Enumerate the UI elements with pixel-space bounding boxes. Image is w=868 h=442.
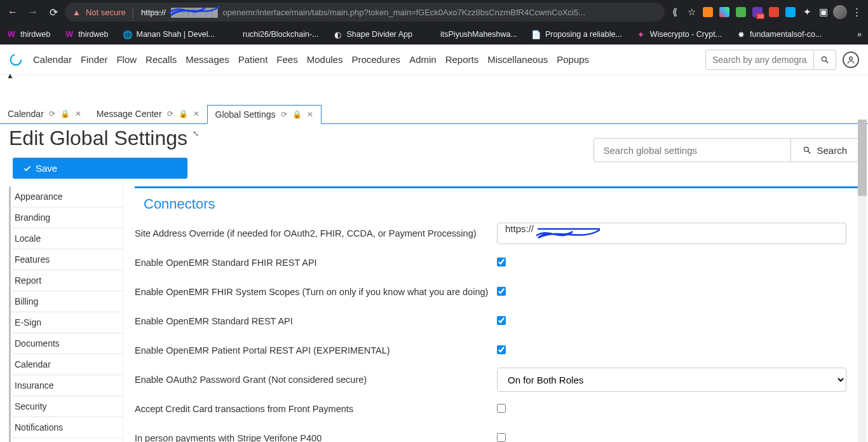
menu-modules[interactable]: Modules — [307, 54, 343, 65]
bookmark-item[interactable]: ruchi26/Blockchain-... — [229, 29, 319, 39]
menu-miscellaneous[interactable]: Miscellaneous — [487, 54, 548, 65]
workspace-tabs: Calendar ⟳ 🔒 ✕ Message Center ⟳ 🔒 ✕ Glob… — [0, 104, 868, 124]
bookmark-item[interactable]: ✦Wisecrypto - Crypt... — [636, 29, 722, 39]
menu-finder[interactable]: Finder — [81, 54, 108, 65]
share-icon[interactable]: ⟪ — [667, 4, 682, 20]
label-fhir-scopes: Enable OpenEMR FHIR System Scopes (Turn … — [135, 287, 497, 297]
checkbox-fhir-std[interactable] — [497, 258, 506, 266]
back-icon[interactable]: ← — [4, 3, 22, 21]
star-icon[interactable]: ☆ — [684, 4, 699, 20]
sidenav-notifications[interactable]: Notifications — [9, 417, 123, 438]
menu-procedures[interactable]: Procedures — [351, 54, 400, 65]
sidenav-cdr[interactable]: CDR — [9, 438, 123, 442]
sidenav-calendar[interactable]: Calendar — [9, 354, 123, 375]
label-site-address: Site Address Override (if needed for OAu… — [135, 228, 497, 238]
metamask-icon[interactable] — [700, 4, 715, 20]
tab-calendar[interactable]: Calendar ⟳ 🔒 ✕ — [0, 104, 89, 123]
sidenav-appearance[interactable]: Appearance — [9, 186, 123, 207]
forward-icon[interactable]: → — [24, 3, 42, 21]
checkbox-stripe-p400[interactable] — [497, 433, 506, 442]
menu-messages[interactable]: Messages — [186, 54, 229, 65]
menu-flow[interactable]: Flow — [116, 54, 137, 65]
url-protocol: https:// — [141, 8, 166, 17]
checkbox-portal-api[interactable] — [497, 345, 506, 354]
label-rest-std: Enable OpenEMR Standard REST API — [135, 316, 497, 326]
user-icon[interactable] — [843, 52, 859, 68]
scrollbar[interactable] — [858, 120, 867, 442]
lock-icon[interactable]: 🔒 — [179, 109, 188, 118]
sidenav-locale[interactable]: Locale — [9, 228, 123, 249]
openemr-logo-icon — [9, 53, 23, 67]
lock-icon[interactable]: 🔒 — [60, 109, 70, 118]
tab-global-settings[interactable]: Global Settings ⟳ 🔒 ✕ — [207, 105, 322, 124]
bookmark-item[interactable]: 📄Proposing a reliable... — [531, 29, 622, 39]
lock-icon[interactable]: 🔒 — [292, 110, 302, 119]
menu-recalls[interactable]: Recalls — [146, 54, 177, 65]
url-path: openemr/interface/main/tabs/main.php?tok… — [223, 8, 585, 17]
refresh-icon[interactable]: ⟳ — [49, 109, 55, 118]
save-button[interactable]: Save — [13, 158, 187, 179]
redacted-scribble-icon — [536, 226, 606, 242]
close-icon[interactable]: ✕ — [193, 109, 200, 118]
tab-message-center[interactable]: Message Center ⟳ 🔒 ✕ — [89, 104, 207, 123]
sidenav-documents[interactable]: Documents — [9, 333, 123, 354]
checkbox-rest-std[interactable] — [497, 316, 506, 325]
collapse-up-icon[interactable]: ▲ — [6, 71, 14, 80]
menu-reports[interactable]: Reports — [445, 54, 479, 65]
compress-icon[interactable]: ⤡ — [193, 129, 199, 138]
sidenav-branding[interactable]: Branding — [9, 207, 123, 228]
checkbox-accept-cc[interactable] — [497, 404, 506, 413]
demographics-search-button[interactable] — [813, 50, 836, 70]
checkbox-fhir-scopes[interactable] — [497, 287, 506, 296]
settings-content: Connectors Site Address Override (if nee… — [135, 186, 859, 442]
sidenav-billing[interactable]: Billing — [9, 291, 123, 312]
bookmark-item[interactable]: ◐Shape Divider App — [332, 29, 412, 39]
sidenav-features[interactable]: Features — [9, 249, 123, 270]
reload-icon[interactable]: ⟳ — [44, 3, 62, 21]
browser-chrome: ← → ⟳ ▲ Not secure │ https:// ████████ o… — [0, 0, 868, 45]
address-bar[interactable]: ▲ Not secure │ https:// ████████ openemr… — [65, 3, 665, 22]
bookmark-item[interactable]: 🌐Manan Shah | Devel... — [123, 29, 215, 39]
bookmark-item[interactable]: ✸fundamentalsof-co... — [736, 29, 822, 39]
svg-point-1 — [822, 57, 826, 61]
refresh-icon[interactable]: ⟳ — [167, 109, 173, 118]
svg-line-5 — [808, 151, 811, 154]
svg-line-2 — [826, 60, 829, 63]
close-icon[interactable]: ✕ — [75, 109, 81, 118]
refresh-icon[interactable]: ⟳ — [281, 110, 287, 119]
extensions-icon[interactable]: ✦ — [799, 4, 815, 20]
sidenav-report[interactable]: Report — [9, 270, 123, 291]
settings-search-button[interactable]: Search — [790, 138, 859, 162]
sidenav-security[interactable]: Security — [9, 396, 123, 417]
select-oauth-pw-grant[interactable]: On for Both Roles — [497, 368, 846, 392]
profile-avatar[interactable] — [832, 4, 848, 20]
todoist-icon[interactable] — [766, 4, 782, 20]
bookmark-item[interactable]: itsPiyushMaheshwa... — [426, 29, 517, 39]
menu-admin[interactable]: Admin — [409, 54, 437, 65]
extension-badge-icon[interactable]: 10 — [750, 4, 765, 20]
sidenav-insurance[interactable]: Insurance — [9, 375, 123, 396]
label-accept-cc: Accept Credit Card transactions from Fro… — [135, 404, 497, 414]
panel-icon[interactable]: ▣ — [816, 4, 831, 20]
bookmark-overflow-icon[interactable]: » — [857, 30, 862, 39]
warning-icon: ▲ — [72, 8, 81, 17]
app-topbar: Calendar Finder Flow Recalls Messages Pa… — [0, 45, 868, 75]
sidenav-esign[interactable]: E-Sign — [9, 312, 123, 333]
extension-icon[interactable] — [783, 4, 798, 20]
extension-icon[interactable] — [717, 4, 732, 20]
settings-search-input[interactable] — [593, 138, 790, 162]
close-icon[interactable]: ✕ — [307, 110, 313, 119]
main-menu: Calendar Finder Flow Recalls Messages Pa… — [33, 54, 589, 65]
extension-icon[interactable] — [733, 4, 749, 20]
kebab-menu-icon[interactable]: ⋮ — [849, 4, 864, 20]
input-site-address[interactable]: https:// — [497, 223, 846, 244]
demographics-search-input[interactable] — [705, 50, 813, 70]
bookmark-item[interactable]: Wthirdweb — [64, 29, 108, 39]
bookmark-item[interactable]: Wthirdweb — [6, 29, 50, 39]
scrollbar-thumb[interactable] — [858, 120, 867, 196]
menu-fees[interactable]: Fees — [276, 54, 297, 65]
menu-patient[interactable]: Patient — [238, 54, 268, 65]
menu-popups[interactable]: Popups — [557, 54, 589, 65]
menu-calendar[interactable]: Calendar — [33, 54, 72, 65]
section-separator — [135, 186, 859, 188]
